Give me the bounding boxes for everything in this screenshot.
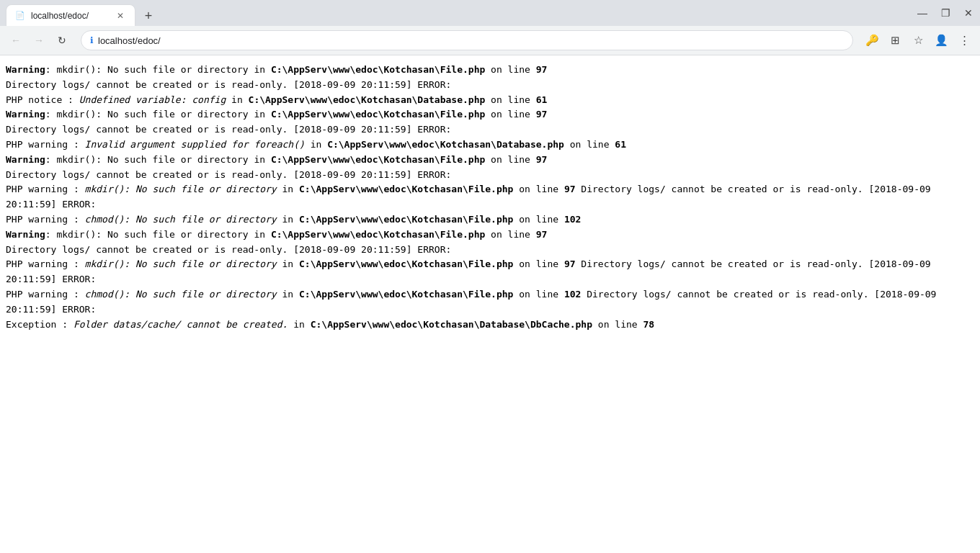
forward-button[interactable]: → (29, 30, 49, 50)
browser-chrome: 📄 localhost/edoc/ ✕ + — ❐ ✕ ← → ↻ ℹ loca… (0, 0, 980, 55)
error-line-7: Warning: mkdir(): No such file or direct… (6, 153, 974, 168)
active-tab[interactable]: 📄 localhost/edoc/ ✕ (6, 4, 135, 26)
error-line-15: Exception : Folder datas/cache/ cannot b… (6, 318, 974, 333)
toolbar-actions: 🔑 ⊞ ☆ 👤 ⋮ (862, 30, 974, 50)
address-bar[interactable]: ℹ localhost/edoc/ (81, 30, 853, 50)
close-button[interactable]: ✕ (963, 7, 974, 19)
error-line-3: PHP notice : Undefined variable: config … (6, 93, 974, 108)
minimize-button[interactable]: — (917, 7, 928, 19)
error-line-8: Directory logs/ cannot be created or is … (6, 168, 974, 183)
error-line-14: PHP warning : chmod(): No such file or d… (6, 287, 974, 318)
error-line-11: Warning: mkdir(): No such file or direct… (6, 228, 974, 243)
tab-strip: 📄 localhost/edoc/ ✕ + (6, 0, 159, 26)
new-tab-button[interactable]: + (138, 6, 159, 26)
back-button[interactable]: ← (6, 30, 26, 50)
error-line-9: PHP warning : mkdir(): No such file or d… (6, 182, 974, 212)
tab-close-button[interactable]: ✕ (115, 10, 126, 22)
warning-label: Warning (6, 64, 45, 75)
error-line-12: Directory logs/ cannot be created or is … (6, 243, 974, 258)
menu-icon[interactable]: ⋮ (954, 30, 974, 50)
tab-title: localhost/edoc/ (31, 11, 109, 21)
bookmark-icon[interactable]: ☆ (908, 30, 928, 50)
page-content: Warning: mkdir(): No such file or direct… (0, 55, 980, 545)
window-controls: — ❐ ✕ (917, 7, 974, 19)
error-line-13: PHP warning : mkdir(): No such file or d… (6, 257, 974, 287)
toolbar: ← → ↻ ℹ localhost/edoc/ 🔑 ⊞ ☆ 👤 ⋮ (0, 26, 980, 55)
restore-button[interactable]: ❐ (940, 7, 951, 19)
error-line-4: Warning: mkdir(): No such file or direct… (6, 107, 974, 122)
error-line-1: Warning: mkdir(): No such file or direct… (6, 63, 974, 78)
save-page-icon[interactable]: 🔑 (862, 30, 882, 50)
url-text: localhost/edoc/ (98, 35, 161, 46)
security-icon: ℹ (90, 35, 94, 45)
tab-favicon-icon: 📄 (15, 11, 25, 20)
translate-icon[interactable]: ⊞ (885, 30, 905, 50)
error-line-2: Directory logs/ cannot be created or is … (6, 78, 974, 93)
profile-icon[interactable]: 👤 (931, 30, 951, 50)
title-bar: 📄 localhost/edoc/ ✕ + — ❐ ✕ (0, 0, 980, 26)
error-line-6: PHP warning : Invalid argument supplied … (6, 138, 974, 153)
error-line-5: Directory logs/ cannot be created or is … (6, 122, 974, 138)
error-line-10: PHP warning : chmod(): No such file or d… (6, 212, 974, 228)
reload-button[interactable]: ↻ (52, 30, 72, 50)
